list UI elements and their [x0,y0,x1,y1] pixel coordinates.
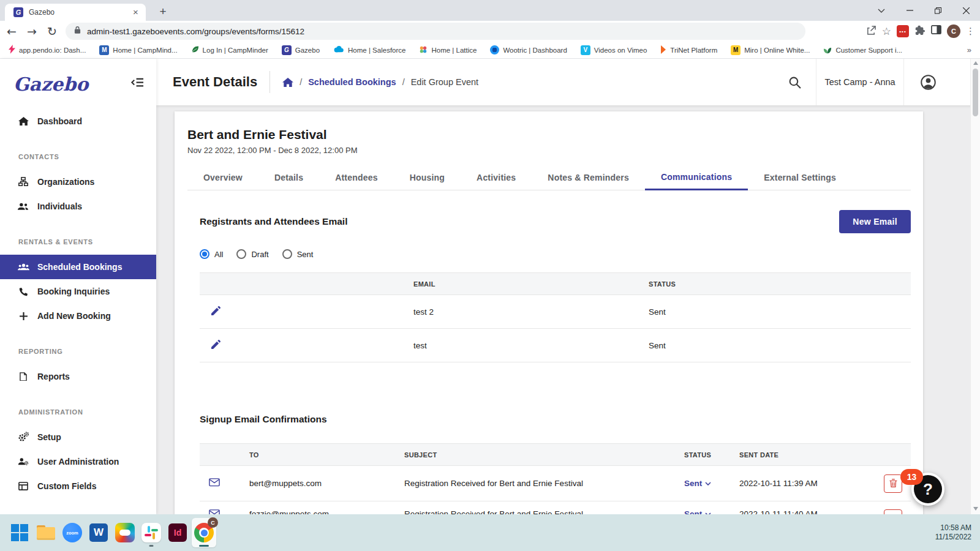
edit-pencil-icon[interactable] [211,342,221,351]
sidebar-item-organizations[interactable]: Organizations [0,170,156,194]
breadcrumb-home-icon[interactable] [282,78,293,87]
lastpass-extension-icon[interactable]: ••• [897,25,909,37]
word-button[interactable]: W [86,518,111,547]
adobe-cc-button[interactable] [113,518,137,547]
bookmark-salesforce[interactable]: Home | Salesforce [333,45,405,54]
browser-menu-icon[interactable]: ⋮ [966,26,975,37]
radio-sent[interactable]: Sent [282,249,314,259]
sidebar-item-reports[interactable]: Reports [0,364,156,389]
address-bar[interactable]: admin-test1.gazeboevents.com/groups/even… [66,23,805,40]
adobe-cc-icon [115,523,135,542]
scrollbar-up-icon[interactable] [973,61,978,65]
bookmarks-overflow-icon[interactable]: » [967,45,971,54]
back-icon[interactable]: ← [3,23,20,40]
tab-external-settings[interactable]: External Settings [748,165,852,190]
slack-button[interactable] [139,518,164,547]
start-button[interactable] [7,518,32,547]
windows-taskbar: zoom W Id C 10:58 AM 11/15/2022 [0,514,980,551]
zoom-app-button[interactable]: zoom [60,518,85,547]
tab-details[interactable]: Details [258,165,319,190]
sidebar-item-setup[interactable]: Setup [0,425,156,449]
tab-overview[interactable]: Overview [187,165,258,190]
email-name-cell[interactable]: test 2 [402,295,637,329]
status-dropdown[interactable]: Sent [684,479,711,488]
bookmark-vimeo[interactable]: V Videos on Vimeo [581,45,647,55]
extensions-puzzle-icon[interactable] [914,24,925,38]
search-icon[interactable] [773,76,816,89]
status-cell: Sent [637,295,911,329]
status-cell: Sent [637,329,911,362]
minimize-icon[interactable] [895,0,924,21]
taskbar-clock[interactable]: 10:58 AM 11/15/2022 [935,523,971,542]
email-name-cell[interactable]: test [402,329,637,362]
sidebar-item-scheduled-bookings[interactable]: Scheduled Bookings [0,255,156,279]
bookmark-gazebo[interactable]: G Gazebo [282,45,320,55]
bookmark-trinet[interactable]: TriNet Platform [660,45,717,55]
browser-tab[interactable]: G Gazebo × [5,4,146,21]
sidebar-item-dashboard[interactable]: Dashboard [0,109,156,133]
close-window-icon[interactable] [952,0,980,21]
radio-all[interactable]: All [200,249,223,259]
status-dropdown[interactable]: Sent [684,509,711,514]
window-controls [867,0,980,21]
clock-date: 11/15/2022 [935,533,971,542]
bookmark-label: TriNet Platform [670,47,717,54]
breadcrumb-link-scheduled-bookings[interactable]: Scheduled Bookings [308,77,396,87]
sidebar-header-rentals: RENTALS & EVENTS [0,237,156,247]
scrollbar-thumb[interactable] [973,69,978,116]
envelope-icon[interactable] [209,479,220,489]
sidebar-item-individuals[interactable]: Individuals [0,194,156,219]
bookmark-campminder-login[interactable]: Log In | CampMinder [191,45,268,54]
bookmark-star-icon[interactable]: ☆ [882,25,891,38]
new-email-button[interactable]: New Email [839,210,911,233]
reload-icon[interactable]: ↻ [43,23,61,40]
restore-icon[interactable] [924,0,952,21]
delete-button[interactable] [884,509,902,514]
file-explorer-button[interactable] [34,518,58,547]
current-camp-label[interactable]: Test Camp - Anna [816,77,903,87]
page-content: Bert and Ernie Festival Nov 22 2022, 12:… [156,105,980,514]
word-icon: W [89,523,108,542]
table-header-row: TO SUBJECT STATUS SENT DATE [200,444,911,466]
forward-icon[interactable]: → [23,23,40,40]
tab-housing[interactable]: Housing [394,165,461,190]
browser-profile-avatar[interactable]: C [947,24,960,38]
scrollbar-down-icon[interactable] [973,507,978,511]
tab-attendees[interactable]: Attendees [319,165,393,190]
sidebar-item-booking-inquiries[interactable]: Booking Inquiries [0,279,156,304]
gazebo-logo[interactable]: Gazebo [13,73,88,95]
wootric-icon [490,45,499,54]
gazebo-favicon-icon: G [13,7,23,17]
new-tab-button[interactable]: + [156,4,170,19]
bookmark-campminder-home[interactable]: M Home | CampMind... [99,45,177,55]
bookmark-customer-support[interactable]: Customer Support i... [823,45,902,55]
sidebar-item-custom-fields[interactable]: Custom Fields [0,474,156,498]
tab-notes-reminders[interactable]: Notes & Reminders [532,165,645,190]
sidebar-label: Dashboard [37,116,82,126]
tab-communications[interactable]: Communications [645,165,748,190]
bookmark-wootric[interactable]: Wootric | Dashboard [490,45,567,54]
delete-button[interactable] [884,474,902,493]
edit-pencil-icon[interactable] [211,308,221,317]
radio-draft[interactable]: Draft [236,249,268,259]
bookmark-pendo[interactable]: app.pendo.io: Dash... [9,45,86,55]
account-icon[interactable] [904,74,952,91]
side-panel-icon[interactable] [931,25,941,37]
sidebar-collapse-icon[interactable] [131,78,144,89]
window-menu-chevron-icon[interactable] [867,0,895,21]
bookmark-label: Log In | CampMinder [203,47,268,54]
indesign-button[interactable]: Id [165,518,190,547]
sidebar-item-user-administration[interactable]: User Administration [0,449,156,474]
tab-close-icon[interactable]: × [130,7,141,18]
chrome-button[interactable]: C [192,518,216,547]
tab-activities[interactable]: Activities [461,165,532,190]
url-text: admin-test1.gazeboevents.com/groups/even… [87,27,304,36]
sidebar-item-add-new-booking[interactable]: Add New Booking [0,304,156,328]
bookmark-miro[interactable]: M Miro | Online White... [731,45,810,55]
page-title: Event Details [173,74,257,90]
page-scrollbar[interactable] [970,59,980,514]
share-icon[interactable] [866,25,876,38]
help-button[interactable]: ? 13 [911,473,944,506]
bookmark-lattice[interactable]: Home | Lattice [419,45,477,55]
sidebar-label: Custom Fields [37,481,96,491]
